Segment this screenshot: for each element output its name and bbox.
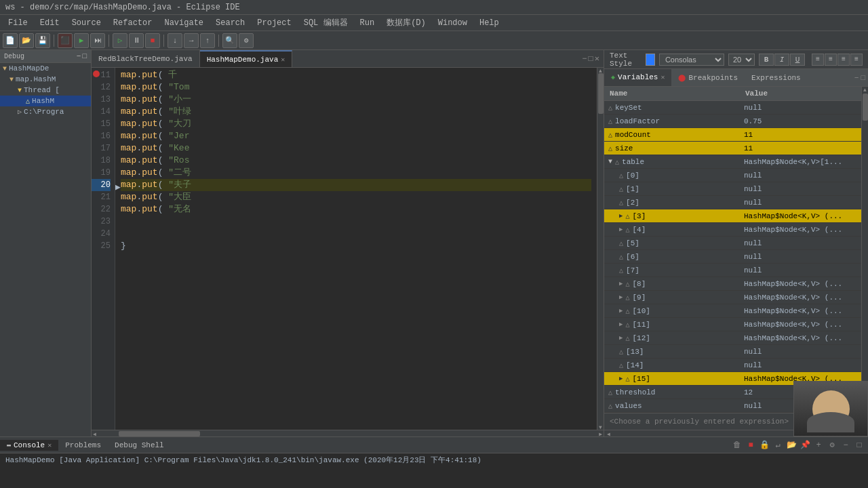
expand-8[interactable]: ▶ xyxy=(619,280,623,287)
expand-3[interactable]: ▶ xyxy=(619,212,623,220)
editor-minimize[interactable]: − xyxy=(582,54,587,64)
var-row-13[interactable]: △ [13] null xyxy=(604,345,861,359)
toolbar-search[interactable]: 🔍 xyxy=(222,33,237,48)
menu-source[interactable]: Source xyxy=(66,17,106,29)
toolbar-debug[interactable]: ⬛ xyxy=(58,33,73,48)
var-row-loadfactor[interactable]: △ loadFactor 0.75 xyxy=(604,115,861,128)
color-swatch[interactable] xyxy=(646,54,654,66)
toolbar-suspend[interactable]: ⏸ xyxy=(129,33,144,48)
vars-panel-min[interactable]: − xyxy=(854,74,859,82)
tree-frame[interactable]: △ HashM xyxy=(0,96,91,106)
toolbar-new[interactable]: 📄 xyxy=(3,33,18,48)
var-row-2[interactable]: △ [2] null xyxy=(604,196,861,209)
tree-package[interactable]: ▼ map.HashM xyxy=(0,74,91,85)
collapse-table[interactable]: ▼ xyxy=(608,158,612,165)
size-select[interactable]: 20 xyxy=(728,54,755,66)
hscroll-left[interactable]: ◀ xyxy=(92,431,98,437)
minimize-btn[interactable]: − xyxy=(77,52,81,60)
toolbar-run[interactable]: ▶ xyxy=(74,33,89,48)
console-open-file[interactable]: 📂 xyxy=(785,439,797,451)
tab-debugshell[interactable]: Debug Shell xyxy=(108,440,171,451)
var-row-3[interactable]: ▶ △ [3] HashMap$Node<K,V> (... xyxy=(604,209,861,223)
console-settings[interactable]: ⚙ xyxy=(826,439,838,451)
menu-project[interactable]: Project xyxy=(252,17,296,29)
var-row-table[interactable]: ▼ △ table HashMap$Node<K,V>[1... xyxy=(604,155,861,169)
menu-window[interactable]: Window xyxy=(433,17,473,29)
tree-classpath[interactable]: ▷ C:\Progra xyxy=(0,106,91,117)
editor-maximize[interactable]: □ xyxy=(589,54,593,64)
tab-variables[interactable]: ◈ Variables ✕ xyxy=(604,69,671,86)
menu-edit[interactable]: Edit xyxy=(35,17,65,29)
scroll-down-arrow[interactable]: ▼ xyxy=(597,424,604,430)
var-row-7[interactable]: △ [7] null xyxy=(604,264,861,277)
code-area[interactable]: map.put( 千 map.put( "Tom map.put( "小一 ma… xyxy=(115,68,597,430)
console-close[interactable]: ✕ xyxy=(47,441,52,449)
toolbar-terminate[interactable]: ■ xyxy=(145,33,160,48)
tab-breakpoints[interactable]: ⬤ Breakpoints xyxy=(671,69,745,86)
tree-project[interactable]: ▼ HashMapDe xyxy=(0,63,91,74)
expand-4[interactable]: ▶ xyxy=(619,226,623,233)
var-row-5[interactable]: △ [5] null xyxy=(604,237,861,250)
font-select[interactable]: Consolas xyxy=(659,54,724,66)
toolbar-stepover[interactable]: → xyxy=(184,33,199,48)
expand-12[interactable]: ▶ xyxy=(619,334,623,342)
toolbar-open[interactable]: 📂 xyxy=(19,33,34,48)
editor-close[interactable]: ✕ xyxy=(595,54,599,64)
tab-hashmap[interactable]: HashMapDemo.java ✕ xyxy=(200,50,293,67)
var-row-size[interactable]: △ size 11 xyxy=(604,142,861,155)
var-row-0[interactable]: △ [0] null xyxy=(604,169,861,182)
toolbar-save[interactable]: 💾 xyxy=(35,33,50,48)
italic-btn[interactable]: I xyxy=(774,54,789,66)
console-max[interactable]: □ xyxy=(853,439,865,451)
scroll-up-arrow[interactable]: ▲ xyxy=(597,68,604,73)
var-row-12[interactable]: ▶ △ [12] HashMap$Node<K,V> (... xyxy=(604,331,861,345)
console-pin[interactable]: 📌 xyxy=(799,439,811,451)
tab-redblacktree[interactable]: RedBlackTreeDemo.java xyxy=(92,50,200,67)
bold-btn[interactable]: B xyxy=(759,54,774,66)
tab-console[interactable]: ▬ Console ✕ xyxy=(0,440,58,451)
tab-expressions[interactable]: Expressions xyxy=(745,69,808,86)
console-scroll-lock[interactable]: 🔒 xyxy=(758,439,770,451)
tab-problems[interactable]: Problems xyxy=(58,440,108,451)
var-row-11[interactable]: ▶ △ [11] HashMap$Node<K,V> (... xyxy=(604,318,861,331)
var-row-14[interactable]: △ [14] null xyxy=(604,359,861,372)
console-terminate[interactable]: ■ xyxy=(745,439,757,451)
menu-search[interactable]: Search xyxy=(210,17,250,29)
var-row-1[interactable]: △ [1] null xyxy=(604,182,861,196)
align-right-btn[interactable]: ≡ xyxy=(837,54,850,66)
var-row-10[interactable]: ▶ △ [10] HashMap$Node<K,V> (... xyxy=(604,304,861,318)
toolbar-stepinto[interactable]: ↓ xyxy=(167,33,182,48)
toolbar-resume[interactable]: ▷ xyxy=(113,33,127,48)
console-new-tab[interactable]: + xyxy=(812,439,825,451)
console-min[interactable]: − xyxy=(840,439,852,451)
editor-vscroll[interactable]: ▲ ▼ xyxy=(597,68,604,430)
expand-9[interactable]: ▶ xyxy=(619,293,623,301)
maximize-btn[interactable]: □ xyxy=(82,52,87,60)
vars-scroll-up[interactable]: ▲ xyxy=(862,87,868,92)
menu-help[interactable]: Help xyxy=(474,17,505,29)
align-center-btn[interactable]: ≡ xyxy=(825,54,837,66)
var-row-9[interactable]: ▶ △ [9] HashMap$Node<K,V> (... xyxy=(604,291,861,304)
align-left-btn[interactable]: ≡ xyxy=(812,54,824,66)
underline-btn[interactable]: U xyxy=(790,54,805,66)
toolbar-step[interactable]: ⏭ xyxy=(90,33,105,48)
var-row-6[interactable]: △ [6] null xyxy=(604,250,861,264)
menu-file[interactable]: File xyxy=(3,17,33,29)
hscroll-right[interactable]: ▶ xyxy=(597,431,604,437)
console-word-wrap[interactable]: ↵ xyxy=(772,439,784,451)
editor-hscroll[interactable]: ◀ ▶ xyxy=(92,430,604,436)
menu-db[interactable]: 数据库(D) xyxy=(381,16,431,30)
expand-11[interactable]: ▶ xyxy=(619,321,623,328)
menu-run[interactable]: Run xyxy=(355,17,380,29)
variables-close[interactable]: ✕ xyxy=(660,73,665,81)
var-row-keyset[interactable]: △ keySet null xyxy=(604,101,861,115)
menu-sql[interactable]: SQL 编辑器 xyxy=(298,16,353,30)
vars-vscroll[interactable]: ▲ ▼ xyxy=(861,87,868,430)
var-row-8[interactable]: ▶ △ [8] HashMap$Node<K,V> (... xyxy=(604,277,861,291)
expand-15[interactable]: ▶ xyxy=(619,375,623,382)
toolbar-stepout[interactable]: ↑ xyxy=(200,33,215,48)
menu-refactor[interactable]: Refactor xyxy=(108,17,158,29)
tab-hashmap-close[interactable]: ✕ xyxy=(281,56,285,64)
toolbar-settings[interactable]: ⚙ xyxy=(239,33,254,48)
vars-hscroll-left[interactable]: ◀ xyxy=(607,431,610,437)
